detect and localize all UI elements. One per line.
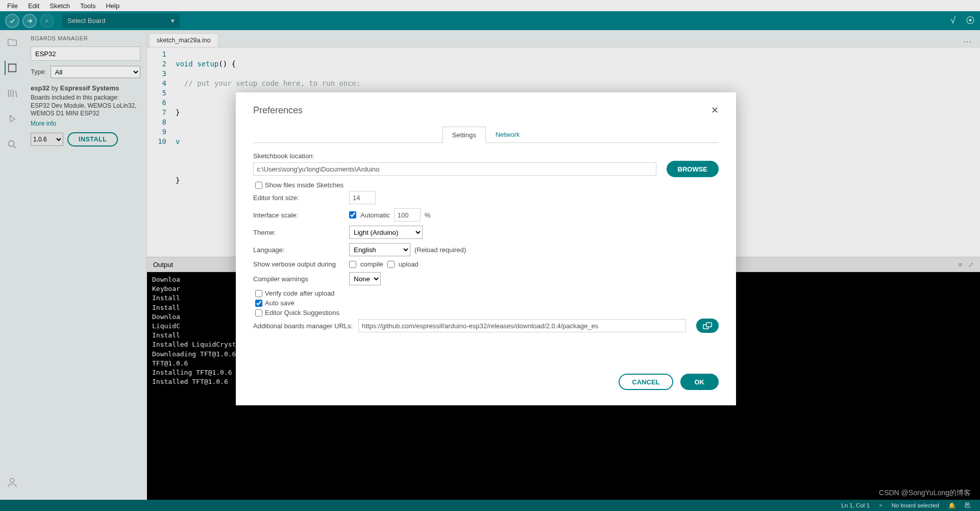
verbose-upload-checkbox[interactable] xyxy=(387,261,395,268)
autosave-checkbox[interactable] xyxy=(255,300,262,307)
scale-auto-label: Automatic xyxy=(360,211,390,219)
tab-network[interactable]: Network xyxy=(486,126,530,142)
browse-button[interactable]: BROWSE xyxy=(667,161,719,177)
show-files-checkbox[interactable] xyxy=(255,182,262,189)
theme-label: Theme: xyxy=(253,229,345,236)
verbose-compile-checkbox[interactable] xyxy=(349,261,356,268)
show-files-label: Show files inside Sketches xyxy=(265,181,344,189)
scale-label: Interface scale: xyxy=(253,211,345,219)
verbose-compile-label: compile xyxy=(360,260,383,268)
cancel-button[interactable]: CANCEL xyxy=(619,374,673,390)
scale-unit: % xyxy=(425,211,431,219)
verify-upload-label: Verify code after upload xyxy=(265,289,335,297)
sketchbook-label: Sketchbook location: xyxy=(253,152,314,160)
tab-settings[interactable]: Settings xyxy=(443,127,486,143)
verbose-upload-label: upload xyxy=(399,260,419,268)
svg-rect-5 xyxy=(706,323,712,327)
font-size-label: Editor font size: xyxy=(253,194,345,202)
dialog-title: Preferences xyxy=(253,105,303,116)
font-size-input[interactable] xyxy=(349,191,376,204)
sketchbook-path-input[interactable] xyxy=(253,162,656,176)
theme-select[interactable]: Light (Arduino) xyxy=(349,226,423,239)
ok-button[interactable]: OK xyxy=(680,374,719,390)
boards-urls-expand-button[interactable] xyxy=(696,319,719,333)
verify-upload-checkbox[interactable] xyxy=(255,290,262,297)
scale-value-input[interactable] xyxy=(394,208,421,222)
scale-auto-checkbox[interactable] xyxy=(349,211,356,218)
verbose-label: Show verbose output during xyxy=(253,260,345,268)
language-note: (Reload required) xyxy=(414,246,466,254)
language-label: Language: xyxy=(253,246,345,254)
preferences-dialog: Preferences ✕ Settings Network Sketchboo… xyxy=(236,92,736,405)
warnings-label: Compiler warnings xyxy=(253,275,345,283)
quick-suggestions-label: Editor Quick Suggestions xyxy=(265,309,339,317)
language-select[interactable]: English xyxy=(349,243,410,256)
watermark: CSDN @SongYuLong的博客 xyxy=(879,489,971,498)
close-icon[interactable]: ✕ xyxy=(711,105,719,116)
boards-urls-input[interactable] xyxy=(358,319,686,332)
autosave-label: Auto save xyxy=(265,299,295,307)
boards-urls-label: Additional boards manager URLs: xyxy=(253,322,354,330)
warnings-select[interactable]: None xyxy=(349,272,381,285)
quick-suggestions-checkbox[interactable] xyxy=(255,309,262,317)
